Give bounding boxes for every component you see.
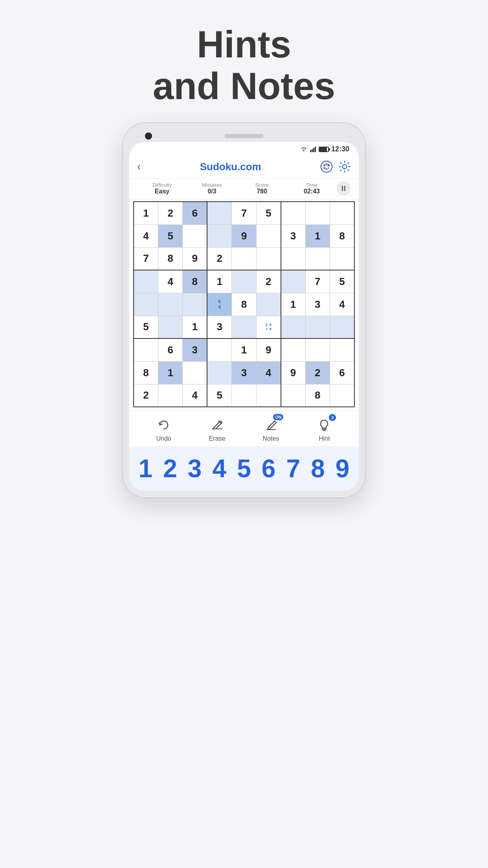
cell-3-0[interactable]	[134, 270, 158, 293]
cell-7-1[interactable]: 1	[158, 361, 182, 384]
cell-6-3[interactable]	[207, 338, 231, 361]
num-9[interactable]: 9	[331, 454, 354, 483]
cell-1-5[interactable]	[256, 224, 281, 247]
cell-6-7[interactable]	[305, 338, 330, 361]
cell-6-5[interactable]: 9	[256, 338, 281, 361]
cell-8-3[interactable]: 5	[207, 384, 231, 407]
cell-8-2[interactable]: 4	[183, 384, 207, 407]
cell-2-8[interactable]	[330, 247, 355, 270]
settings-icon[interactable]	[338, 160, 351, 173]
cell-3-1[interactable]: 4	[158, 270, 182, 293]
num-4[interactable]: 4	[207, 454, 231, 483]
cell-4-4[interactable]: 8	[232, 293, 256, 316]
cell-2-4[interactable]	[232, 247, 256, 270]
cell-5-5[interactable]: 2 6 7 8	[256, 316, 281, 338]
cell-4-6[interactable]: 1	[281, 293, 305, 316]
cell-3-5[interactable]: 2	[256, 270, 281, 293]
cell-5-3[interactable]: 3	[207, 316, 231, 338]
cell-5-2[interactable]: 1	[183, 316, 207, 338]
cell-0-1[interactable]: 2	[158, 202, 182, 224]
cell-4-5[interactable]	[256, 293, 281, 316]
cell-1-1[interactable]: 5	[158, 224, 182, 247]
cell-8-7[interactable]: 8	[305, 384, 330, 407]
cell-6-6[interactable]	[281, 338, 305, 361]
cell-2-5[interactable]	[256, 247, 281, 270]
cell-3-6[interactable]	[281, 270, 305, 293]
erase-button[interactable]: Erase	[209, 417, 226, 442]
cell-8-6[interactable]	[281, 384, 305, 407]
cell-6-4[interactable]: 1	[232, 338, 256, 361]
cell-4-2[interactable]	[183, 293, 207, 316]
cell-6-8[interactable]	[330, 338, 355, 361]
back-button[interactable]: ‹	[137, 160, 141, 173]
cell-1-3[interactable]	[207, 224, 231, 247]
cell-8-0[interactable]: 2	[134, 384, 158, 407]
cell-7-4[interactable]: 3	[232, 361, 256, 384]
num-1[interactable]: 1	[134, 454, 157, 483]
cell-2-3[interactable]: 2	[207, 247, 231, 270]
cell-3-8[interactable]: 5	[330, 270, 355, 293]
cell-0-5[interactable]: 5	[256, 202, 281, 224]
cell-7-5[interactable]: 4	[256, 361, 281, 384]
cell-3-7[interactable]: 7	[305, 270, 330, 293]
cell-3-4[interactable]	[232, 270, 256, 293]
mistakes-value: 0/3	[207, 188, 216, 195]
hint-button[interactable]: 2 Hint	[316, 417, 332, 442]
cell-4-8[interactable]: 4	[330, 293, 355, 316]
num-8[interactable]: 8	[306, 454, 330, 483]
cell-0-0[interactable]: 1	[134, 202, 158, 224]
undo-button[interactable]: Undo	[156, 417, 172, 442]
cell-2-1[interactable]: 8	[158, 247, 182, 270]
cell-5-6[interactable]	[281, 316, 305, 338]
cell-7-7[interactable]: 2	[305, 361, 330, 384]
num-5[interactable]: 5	[232, 454, 256, 483]
cell-7-0[interactable]: 8	[134, 361, 158, 384]
cell-1-7[interactable]: 1	[305, 224, 330, 247]
cell-7-2[interactable]	[183, 361, 207, 384]
cell-5-8[interactable]	[330, 316, 355, 338]
cell-3-3[interactable]: 1	[207, 270, 231, 293]
cell-4-1[interactable]	[158, 293, 182, 316]
cell-4-3[interactable]: 5 9	[207, 293, 231, 316]
cell-0-4[interactable]: 7	[232, 202, 256, 224]
cell-4-7[interactable]: 3	[305, 293, 330, 316]
cell-0-8[interactable]	[330, 202, 355, 224]
cell-1-4[interactable]: 9	[232, 224, 256, 247]
cell-6-1[interactable]: 6	[158, 338, 182, 361]
cell-6-0[interactable]	[134, 338, 158, 361]
erase-label: Erase	[209, 435, 226, 442]
cell-2-6[interactable]	[281, 247, 305, 270]
cell-0-6[interactable]	[281, 202, 305, 224]
cell-2-7[interactable]	[305, 247, 330, 270]
cell-0-7[interactable]	[305, 202, 330, 224]
cell-5-7[interactable]	[305, 316, 330, 338]
cell-5-0[interactable]: 5	[134, 316, 158, 338]
cell-1-0[interactable]: 4	[134, 224, 158, 247]
num-3[interactable]: 3	[183, 454, 207, 483]
cell-4-0[interactable]	[134, 293, 158, 316]
cell-8-8[interactable]	[330, 384, 355, 407]
cell-7-6[interactable]: 9	[281, 361, 305, 384]
cell-1-8[interactable]: 8	[330, 224, 355, 247]
cell-5-4[interactable]	[232, 316, 256, 338]
cell-0-2[interactable]: 6	[183, 202, 207, 224]
cell-8-4[interactable]	[232, 384, 256, 407]
cell-7-3[interactable]	[207, 361, 231, 384]
cell-7-8[interactable]: 6	[330, 361, 355, 384]
cell-0-3[interactable]	[207, 202, 231, 224]
cell-6-2[interactable]: 3	[183, 338, 207, 361]
pause-button[interactable]	[337, 181, 351, 195]
cell-5-1[interactable]	[158, 316, 182, 338]
num-7[interactable]: 7	[281, 454, 305, 483]
cell-8-5[interactable]	[256, 384, 281, 407]
cell-2-2[interactable]: 9	[183, 247, 207, 270]
cell-2-0[interactable]: 7	[134, 247, 158, 270]
theme-icon[interactable]	[320, 160, 333, 173]
cell-8-1[interactable]	[158, 384, 182, 407]
num-6[interactable]: 6	[257, 454, 281, 483]
notes-button[interactable]: ON Notes	[263, 417, 279, 442]
cell-1-6[interactable]: 3	[281, 224, 305, 247]
cell-3-2[interactable]: 8	[183, 270, 207, 293]
num-2[interactable]: 2	[158, 454, 182, 483]
cell-1-2[interactable]	[183, 224, 207, 247]
